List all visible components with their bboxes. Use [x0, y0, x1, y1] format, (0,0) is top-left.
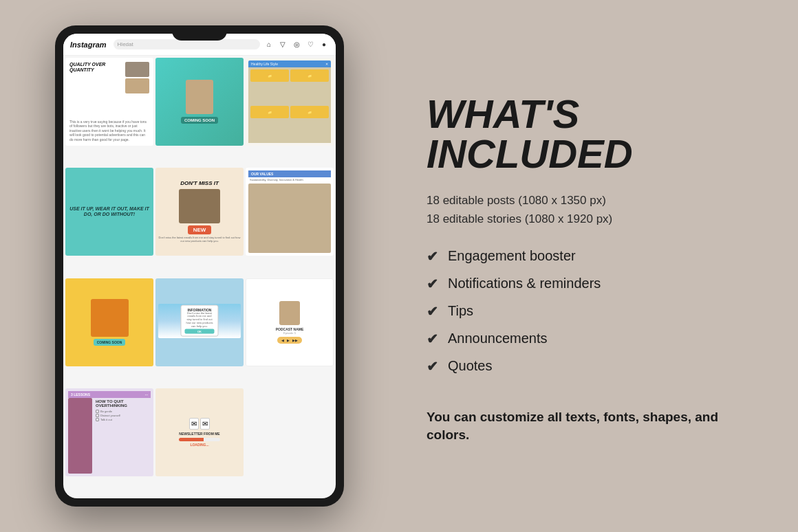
right-panel: WHAT'S INCLUDED 18 editable posts (1080 … — [399, 0, 798, 532]
newsletter-title: NEWSLETTER FROM ME — [179, 432, 219, 436]
info-popup-text: Don't miss the latest emails from me and… — [185, 311, 215, 328]
grid-cell-coming-soon-yellow: COMING SOON — [65, 278, 153, 366]
checkmark-2: ✔ — [427, 276, 438, 292]
coming-soon-person — [186, 80, 213, 114]
customize-text: You can customize all texts, fonts, shap… — [427, 408, 764, 445]
lesson-item-2: Distract yourself — [96, 414, 149, 417]
newsletter-windows: ✉ ✉ — [189, 418, 210, 430]
feature-item-3: ✔ Tips — [427, 303, 764, 320]
prev-button[interactable]: ◀ — [281, 338, 284, 342]
grid-cell-quality: QUALITY OVER QUANTITY This is a very tru… — [65, 58, 153, 146]
filter-icon[interactable]: ▽ — [278, 40, 288, 49]
feature-item-2: ✔ Notifications & reminders — [427, 276, 764, 292]
next-button[interactable]: ▶▶ — [292, 338, 298, 342]
quality-img-2 — [125, 78, 149, 93]
folder-body: 📁 📁 📁 📁 — [248, 67, 331, 143]
podcast-episode: Episode 5 — [283, 331, 296, 335]
lesson-item-1: Be gentle — [96, 410, 149, 413]
checkmark-1: ✔ — [427, 248, 438, 265]
use-it-up-text: USE IT UP, WEAR IT OUT, MAKE IT DO, OR D… — [68, 206, 151, 218]
podcast-player[interactable]: ◀ ▶ ▶▶ — [277, 337, 302, 344]
feature-item-1: ✔ Engagement booster — [427, 248, 764, 265]
instagram-logo: Instagram — [70, 41, 107, 49]
envelope-icon-1: ✉ — [191, 420, 197, 428]
info-popup-btn[interactable]: OK — [185, 329, 215, 334]
folder-header: Healthy Life Style ✕ — [248, 60, 331, 67]
lessons-main-title: HOW TO QUIT OVERTHINKING — [96, 399, 149, 408]
subtitle-block: 18 editable posts (1080 x 1350 px) 18 ed… — [427, 191, 764, 228]
grid-cell-podcast: PODCAST NAME Episode 5 ◀ ▶ ▶▶ — [246, 278, 334, 366]
posts-stat: 18 editable posts (1080 x 1350 px) — [427, 191, 764, 210]
podcast-person — [279, 301, 300, 325]
envelope-icon-2: ✉ — [202, 420, 208, 428]
checkmark-3: ✔ — [427, 303, 438, 320]
grid-cell-lessons: 3 LESSONS ··· HOW TO QUIT OVERTHINKING B… — [65, 388, 153, 476]
feature-text-3: Tips — [448, 303, 473, 319]
loading-text: LOADING... — [190, 443, 208, 447]
folder-3: 📁 — [250, 106, 289, 118]
dont-miss-title: DON'T MISS IT — [180, 181, 219, 187]
home-icon[interactable]: ⌂ — [264, 40, 274, 49]
grid-cell-folders: Healthy Life Style ✕ 📁 📁 📁 📁 — [246, 58, 334, 146]
lessons-header: 3 LESSONS ··· — [68, 391, 151, 398]
loading-fill — [179, 438, 204, 441]
our-values-sub: Sustainability, Diversity, Innovation & … — [248, 177, 331, 182]
grid-cell-information: INFORMATION Don't miss the latest emails… — [155, 278, 244, 366]
dont-miss-body: Don't miss the latest emails from me and… — [158, 236, 241, 243]
sky-background: INFORMATION Don't miss the latest emails… — [158, 304, 241, 338]
grid-cell-our-values: OUR VALUES Sustainability, Diversity, In… — [246, 168, 334, 256]
grid-cell-coming-soon-teal: COMING SOON — [155, 58, 244, 146]
dont-miss-person — [179, 189, 220, 223]
feature-text-4: Announcements — [448, 331, 548, 346]
our-values-img — [248, 184, 331, 253]
lessons-title: 3 LESSONS — [71, 392, 90, 397]
title-line-2: INCLUDED — [427, 134, 764, 174]
checkmark-4: ✔ — [427, 331, 438, 347]
features-list: ✔ Engagement booster ✔ Notifications & r… — [427, 248, 764, 386]
coming-soon-badge: COMING SOON — [181, 117, 218, 124]
mini-window-1: ✉ — [189, 418, 199, 430]
search-bar[interactable]: Hledat — [114, 39, 260, 49]
tablet-notch — [172, 25, 227, 41]
lessons-img — [68, 398, 92, 474]
feature-item-5: ✔ Quotes — [427, 358, 764, 375]
new-badge: NEW — [188, 225, 212, 234]
quality-body: This is a very true saying because if yo… — [69, 120, 149, 142]
mini-window-2: ✉ — [200, 418, 210, 430]
stories-stat: 18 editable stories (1080 x 1920 px) — [427, 210, 764, 228]
lessons-list: HOW TO QUIT OVERTHINKING Be gentle Distr… — [94, 398, 151, 474]
info-popup: INFORMATION Don't miss the latest emails… — [181, 304, 219, 337]
instagram-grid: QUALITY OVER QUANTITY This is a very tru… — [63, 56, 336, 498]
main-title: WHAT'S INCLUDED — [427, 94, 764, 174]
feature-text-2: Notifications & reminders — [448, 276, 601, 291]
grid-cell-dont-miss: DON'T MISS IT NEW Don't miss the latest … — [155, 168, 244, 256]
feature-text-1: Engagement booster — [448, 248, 576, 264]
title-line-1: WHAT'S — [427, 94, 764, 134]
play-button[interactable]: ▶ — [287, 338, 290, 342]
lessons-dots: ··· — [145, 392, 148, 397]
tablet-screen: Instagram Hledat ⌂ ▽ ◎ ♡ ● QUALITY OVER — [63, 34, 336, 498]
grid-cell-newsletter: ✉ ✉ NEWSLETTER FROM ME LOADING... — [155, 388, 244, 476]
folder-1: 📁 — [250, 69, 289, 82]
feature-text-5: Quotes — [448, 358, 492, 374]
header-icons: ⌂ ▽ ◎ ♡ ● — [264, 40, 329, 49]
coming-soon-yellow-badge: COMING SOON — [94, 339, 126, 346]
profile-icon[interactable]: ● — [319, 40, 329, 49]
quality-img-1 — [125, 62, 149, 77]
coming-soon-yellow-person — [91, 299, 129, 337]
checkbox-3[interactable] — [96, 418, 99, 421]
folder-4: 📁 — [290, 106, 329, 118]
checkbox-2[interactable] — [96, 414, 99, 417]
grid-cell-use-it-up: USE IT UP, WEAR IT OUT, MAKE IT DO, OR D… — [65, 168, 153, 256]
our-values-header: OUR VALUES — [248, 170, 331, 177]
lesson-item-3: Talk it out — [96, 418, 149, 421]
compass-icon[interactable]: ◎ — [292, 40, 301, 49]
tablet-device: Instagram Hledat ⌂ ▽ ◎ ♡ ● QUALITY OVER — [55, 25, 344, 507]
left-panel: Instagram Hledat ⌂ ▽ ◎ ♡ ● QUALITY OVER — [0, 0, 399, 532]
heart-icon[interactable]: ♡ — [305, 40, 315, 49]
checkmark-5: ✔ — [427, 358, 438, 375]
lessons-body: HOW TO QUIT OVERTHINKING Be gentle Distr… — [68, 398, 151, 474]
folder-2: 📁 — [290, 69, 329, 82]
quality-title: QUALITY OVER QUANTITY — [69, 62, 123, 118]
checkbox-1[interactable] — [96, 410, 99, 413]
